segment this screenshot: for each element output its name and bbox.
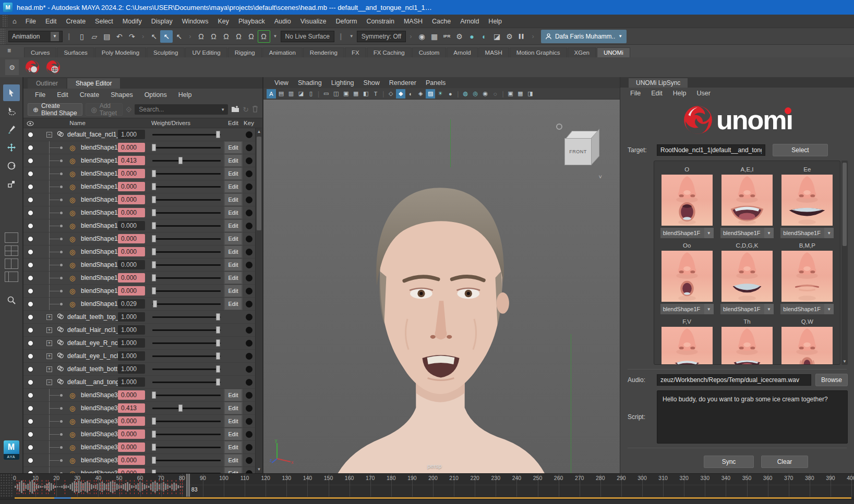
shape-editor-row[interactable]: ◎blendShape1l0.000Edit <box>23 141 255 154</box>
search-filter-chevron-icon[interactable]: ▼ <box>221 107 225 112</box>
edit-target-button[interactable]: Edit <box>225 207 242 218</box>
shelf-tab-fx-caching[interactable]: FX Caching <box>367 47 412 57</box>
occlusion-icon[interactable]: ◍ <box>461 89 470 99</box>
make-live-icon[interactable]: Ω <box>258 30 270 43</box>
edit-target-button[interactable]: Edit <box>225 220 242 231</box>
xray-icon[interactable]: ▨ <box>426 89 435 99</box>
weight-value-field[interactable]: 0.000 <box>118 182 145 191</box>
lookdev-icon[interactable]: ◐ <box>478 30 491 43</box>
new-scene-icon[interactable]: ▯ <box>76 30 88 43</box>
pause-viewport-icon[interactable]: ▌▌ <box>516 30 528 43</box>
user-account-menu[interactable]: Dafa Faris Muhamm.. ▼ <box>541 30 627 43</box>
unomi-web-shelf-icon[interactable] <box>45 59 62 76</box>
shape-editor-row[interactable]: ◎blendShape3l0.413Edit <box>23 402 255 415</box>
visibility-toggle[interactable] <box>28 340 33 346</box>
edit-target-button[interactable]: Edit <box>225 298 242 310</box>
lighting-icon[interactable]: ☀ <box>436 89 445 99</box>
shape-editor-row[interactable]: −default__and_tong1.000 <box>23 376 255 389</box>
visibility-toggle[interactable] <box>28 405 33 411</box>
edit-target-button[interactable]: Edit <box>225 155 242 166</box>
phoneme-blendshape-dropdown[interactable]: blendShape1F▼ <box>780 228 834 238</box>
shelf-tab-rendering[interactable]: Rendering <box>303 47 344 57</box>
depth-of-field-icon[interactable]: ◉ <box>480 89 490 99</box>
edit-target-button[interactable]: Edit <box>225 468 242 473</box>
phoneme-mouth-image[interactable] <box>781 175 833 226</box>
visibility-toggle[interactable] <box>28 275 33 281</box>
edit-target-button[interactable]: Edit <box>225 233 242 244</box>
view-cube-chevron-icon[interactable]: ˅ <box>599 174 602 180</box>
visibility-toggle[interactable] <box>28 145 33 151</box>
shelf-tab-uv-editing[interactable]: UV Editing <box>185 47 227 57</box>
zoom-tool-icon[interactable] <box>3 292 20 309</box>
weight-value-field[interactable]: 0.000 <box>118 286 145 296</box>
shelf-tab-arnold[interactable]: Arnold <box>447 47 477 57</box>
edit-target-button[interactable]: Edit <box>225 389 242 401</box>
phoneme-mouth-image[interactable] <box>781 327 833 365</box>
range-slider-strip[interactable] <box>0 499 854 504</box>
slider-handle[interactable] <box>216 339 220 347</box>
render-settings-icon[interactable]: ⚙ <box>453 30 466 43</box>
weight-value-field[interactable]: 0.000 <box>118 169 145 178</box>
weight-value-field[interactable]: 0.000 <box>118 208 145 217</box>
home-icon[interactable]: ⌂ <box>8 17 21 25</box>
menu-arnold[interactable]: Arnold <box>455 18 484 25</box>
shape-editor-menu-create[interactable]: Create <box>75 91 105 99</box>
slider-handle[interactable] <box>152 209 156 216</box>
snap-grid-icon[interactable]: Ω <box>195 30 208 43</box>
audio-path-input[interactable] <box>657 374 811 386</box>
menu-file[interactable]: File <box>21 18 41 25</box>
add-target-button[interactable]: ◎ Add Target <box>86 103 123 116</box>
target-input[interactable] <box>657 144 765 156</box>
column-header-key[interactable]: Key <box>243 120 255 126</box>
visibility-toggle[interactable] <box>28 419 33 424</box>
menu-audio[interactable]: Audio <box>270 18 296 25</box>
weight-value-field[interactable]: 0.000 <box>118 416 145 426</box>
unomi-menu-edit[interactable]: Edit <box>646 90 667 97</box>
column-header-edit[interactable]: Edit <box>224 120 243 126</box>
expand-icon[interactable]: + <box>46 366 52 372</box>
view-cube-front-face[interactable]: FRONT <box>564 138 592 165</box>
weight-value-field[interactable]: 1.000 <box>118 351 145 361</box>
render-frame-icon[interactable]: ▦ <box>428 30 441 43</box>
film-gate-icon[interactable]: ▭ <box>321 89 331 99</box>
collapse-icon[interactable]: − <box>46 379 52 385</box>
viewport-menu-view[interactable]: View <box>270 79 293 87</box>
move-tool-icon[interactable] <box>3 139 20 156</box>
weight-value-field[interactable]: 1.000 <box>118 338 145 348</box>
phoneme-mouth-image[interactable] <box>721 251 773 302</box>
slider-handle[interactable] <box>152 274 156 281</box>
weight-slider[interactable] <box>152 460 221 461</box>
visibility-toggle[interactable] <box>28 262 33 268</box>
shape-editor-menu-edit[interactable]: Edit <box>52 91 74 99</box>
visibility-toggle[interactable] <box>28 314 33 320</box>
bookmark-icon[interactable]: ▯ <box>306 89 316 99</box>
weight-value-field[interactable]: 1.000 <box>118 325 145 335</box>
shelf-tab-sculpting[interactable]: Sculpting <box>147 47 185 57</box>
outliner-persp-layout-icon[interactable] <box>5 272 18 282</box>
edit-target-button[interactable]: Edit <box>225 441 242 453</box>
grid-toggle-icon[interactable]: ▦ <box>516 89 525 99</box>
tab-outliner[interactable]: Outliner <box>28 78 66 89</box>
menu-key[interactable]: Key <box>213 18 234 25</box>
viewport-menu-lighting[interactable]: Lighting <box>327 79 359 87</box>
antialias-icon[interactable]: ◎ <box>471 89 480 99</box>
shape-editor-row[interactable]: ◎blendShape1l0.000Edit <box>23 193 255 206</box>
edit-target-button[interactable]: Edit <box>225 415 242 427</box>
weight-slider[interactable] <box>152 251 221 253</box>
slider-handle[interactable] <box>152 170 156 177</box>
select-tool-icon[interactable] <box>3 84 20 101</box>
weight-slider[interactable] <box>152 447 221 448</box>
shape-editor-row[interactable]: ◎blendShape3l0.000Edit <box>23 415 255 428</box>
snap-view-plane-icon[interactable]: Ω <box>245 30 258 43</box>
key-toggle[interactable] <box>246 210 252 216</box>
shape-editor-menu-file[interactable]: File <box>30 91 51 99</box>
edit-target-button[interactable]: Edit <box>225 402 242 414</box>
safe-action-icon[interactable]: ◧ <box>361 89 370 99</box>
scale-tool-icon[interactable] <box>3 176 20 192</box>
gate-mask-icon[interactable]: ▣ <box>341 89 351 99</box>
slider-handle[interactable] <box>152 144 156 151</box>
shape-editor-row[interactable]: ◎blendShape1l0.000Edit <box>23 259 255 272</box>
four-pane-layout-icon[interactable] <box>5 245 18 256</box>
current-frame-indicator[interactable] <box>186 474 190 497</box>
weight-slider[interactable] <box>152 421 221 422</box>
